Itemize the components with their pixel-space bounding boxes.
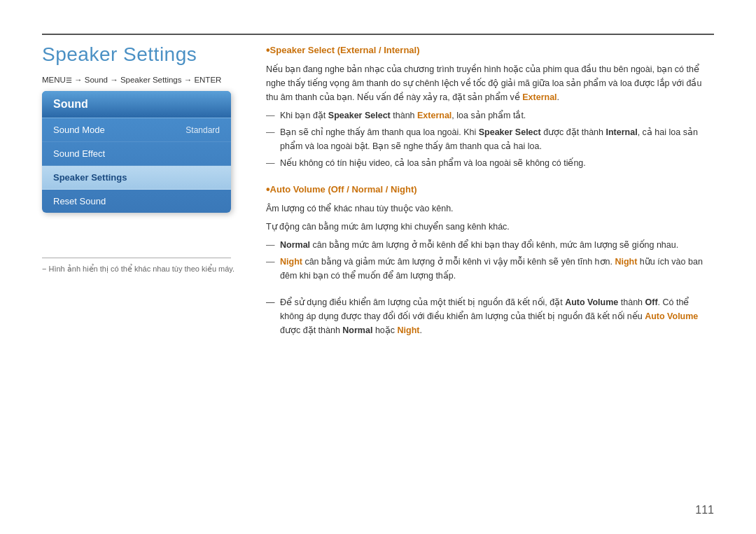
menu-path-route: → Sound → Speaker Settings → ENTER (72, 76, 221, 84)
section2-body2: Tự động cân bằng mức âm lượng khi chuyển… (266, 220, 714, 234)
s2-title-pre: Auto Volume ( (270, 184, 331, 195)
menu-item-sound-effect[interactable]: Sound Effect (42, 142, 231, 166)
menu-item-speaker-settings-label: Speaker Settings (53, 172, 127, 183)
page-number: 111 (695, 504, 714, 517)
section1-sub3: Nếu không có tín hiệu video, cả loa sản … (266, 156, 714, 170)
title-int: Internal (384, 45, 416, 55)
footnote: − Hình ảnh hiển thị có thể khác nhau tùy… (42, 265, 234, 274)
right-content: Speaker Select (External / Internal) Nếu… (266, 43, 714, 492)
s2-title-night: Night (391, 184, 414, 195)
page-title: Speaker Settings (42, 43, 197, 66)
menu-item-reset-sound-label: Reset Sound (53, 196, 106, 206)
s2-sep1: / (344, 184, 352, 195)
section3-body: — Để sử dụng điều khiển âm lượng của một… (266, 295, 714, 337)
s2-sep2: / (383, 184, 391, 195)
divider-line (42, 258, 231, 258)
section2-title-text: Auto Volume (Off / Normal / Night) (270, 183, 417, 197)
section2-sub2: Night cân bằng và giảm mức âm lượng ở mỗ… (266, 255, 714, 283)
sound-panel-header: Sound (42, 91, 231, 118)
menu-item-reset-sound[interactable]: Reset Sound (42, 190, 231, 213)
section-auto-volume-title: Auto Volume (Off / Normal / Night) (266, 183, 714, 197)
s2-title-off: Off (331, 184, 344, 195)
sound-panel: Sound Sound Mode Standard Sound Effect S… (42, 91, 231, 213)
section1-body1: Nếu bạn đang nghe bản nhạc của chương tr… (266, 62, 714, 104)
menu-path: MENU☰ → Sound → Speaker Settings → ENTER (42, 76, 221, 84)
menu-item-speaker-settings[interactable]: Speaker Settings (42, 166, 231, 190)
section2-body1: Âm lượng có thể khác nhau tùy thuộc vào … (266, 202, 714, 216)
title-post: ) (416, 45, 419, 55)
title-pre: Speaker Select ( (270, 45, 340, 55)
menu-item-sound-effect-label: Sound Effect (53, 148, 105, 159)
menu-item-sound-mode-value: Standard (186, 125, 220, 135)
s2-title-post: ) (414, 184, 416, 195)
title-sep: / (376, 45, 384, 55)
section1-sub1: Khi bạn đặt Speaker Select thành Externa… (266, 108, 714, 122)
section-auto-volume-note: — Để sử dụng điều khiển âm lượng của một… (266, 295, 714, 337)
section-title-text: Speaker Select (External / Internal) (270, 43, 420, 58)
s2-title-normal: Normal (351, 184, 383, 195)
top-line (42, 34, 714, 35)
section-speaker-select-title: Speaker Select (External / Internal) (266, 43, 714, 58)
menu-path-text: MENU☰ → Sound → Speaker Settings → ENTER (42, 76, 221, 84)
menu-item-sound-mode[interactable]: Sound Mode Standard (42, 118, 231, 142)
section2-sub1: Normal cân bằng mức âm lượng ở mỗi kênh … (266, 238, 714, 252)
title-ext: External (340, 45, 376, 55)
section-speaker-select: Speaker Select (External / Internal) Nếu… (266, 43, 714, 170)
section-auto-volume: Auto Volume (Off / Normal / Night) Âm lư… (266, 183, 714, 283)
menu-item-sound-mode-label: Sound Mode (53, 125, 105, 135)
section1-sub2: Bạn sẽ chỉ nghe thấy âm thanh qua loa ng… (266, 125, 714, 153)
